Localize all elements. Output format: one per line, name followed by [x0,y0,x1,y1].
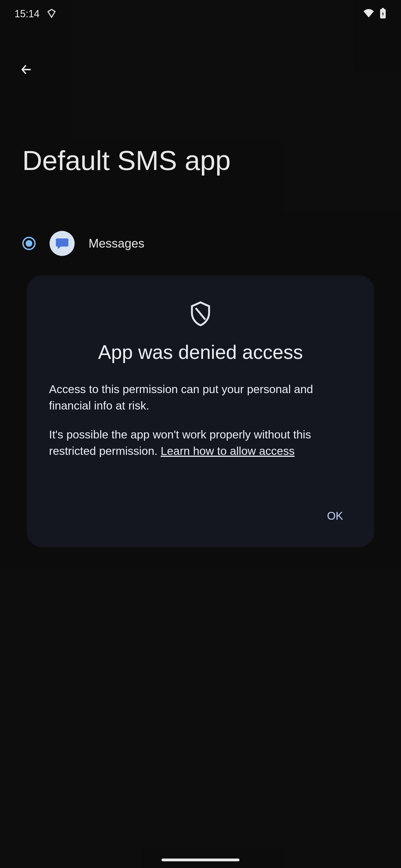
dialog-body: Access to this permission can put your p… [49,381,352,460]
learn-more-link[interactable]: Learn how to allow access [161,444,295,457]
battery-charging-icon [379,8,386,20]
dialog-actions: OK [49,504,352,528]
ok-button[interactable]: OK [318,504,352,528]
app-row-messages[interactable]: Messages [22,231,379,256]
back-button[interactable] [17,60,36,79]
status-time: 15:14 [15,8,39,20]
dialog-title: App was denied access [49,341,352,363]
gesture-nav-bar[interactable] [162,859,239,861]
permission-denied-dialog: App was denied access Access to this per… [27,275,374,547]
vpn-icon [46,8,57,20]
dialog-body-1: Access to this permission can put your p… [49,381,352,414]
status-left: 15:14 [15,8,57,20]
radio-inner [26,240,32,247]
shield-icon [49,301,352,327]
radio-selected[interactable] [22,237,36,250]
page-title: Default SMS app [22,145,231,176]
wifi-icon [363,7,375,21]
app-name-label: Messages [89,237,145,250]
status-bar: 15:14 [0,0,401,28]
status-right [363,7,386,21]
svg-rect-1 [382,8,384,9]
dialog-body-2: It's possible the app won't work properl… [49,427,352,460]
messages-app-icon [50,231,75,256]
